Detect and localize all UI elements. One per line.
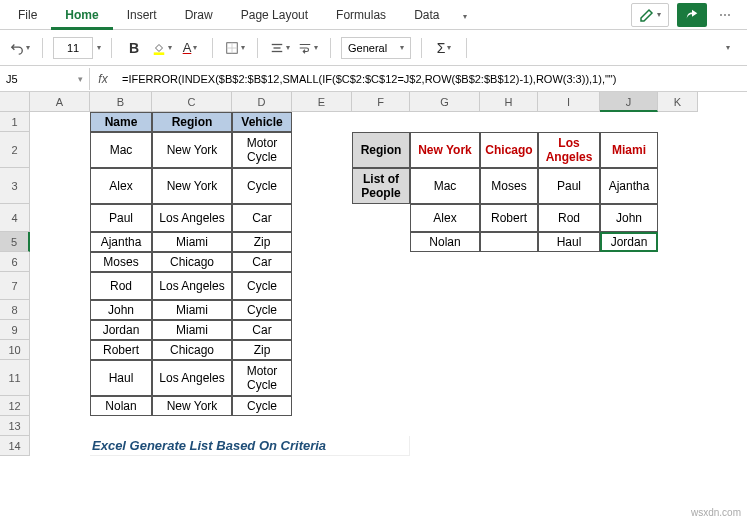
row-header-2[interactable]: 2 <box>0 132 30 168</box>
t1-header-name[interactable]: Name <box>90 112 152 132</box>
t1-name[interactable]: Nolan <box>90 396 152 416</box>
tabs-overflow[interactable]: ▾ <box>453 8 475 22</box>
t2-list-label[interactable]: List of People <box>352 168 410 204</box>
fx-button[interactable]: fx <box>90 72 116 86</box>
font-color-button[interactable]: A ▾ <box>178 36 202 60</box>
t2-person[interactable] <box>480 232 538 252</box>
tab-formulas[interactable]: Formulas <box>322 0 400 30</box>
t1-vehicle[interactable]: Cycle <box>232 168 292 204</box>
borders-button[interactable]: ▾ <box>223 36 247 60</box>
t2-person[interactable]: Ajantha <box>600 168 658 204</box>
t1-name[interactable]: Alex <box>90 168 152 204</box>
row-header-6[interactable]: 6 <box>0 252 30 272</box>
t1-region[interactable]: Chicago <box>152 340 232 360</box>
t2-person[interactable]: Haul <box>538 232 600 252</box>
tab-file[interactable]: File <box>4 0 51 30</box>
row-header-4[interactable]: 4 <box>0 204 30 232</box>
name-box[interactable]: J5 ▾ <box>0 68 90 90</box>
t1-region[interactable]: Miami <box>152 320 232 340</box>
row-header-7[interactable]: 7 <box>0 272 30 300</box>
bold-button[interactable]: B <box>122 36 146 60</box>
t1-region[interactable]: Chicago <box>152 252 232 272</box>
row-header-14[interactable]: 14 <box>0 436 30 456</box>
tab-insert[interactable]: Insert <box>113 0 171 30</box>
t1-name[interactable]: Jordan <box>90 320 152 340</box>
t2-person[interactable]: Rod <box>538 204 600 232</box>
t1-name[interactable]: Ajantha <box>90 232 152 252</box>
tab-draw[interactable]: Draw <box>171 0 227 30</box>
t2-region[interactable]: New York <box>410 132 480 168</box>
row-header-11[interactable]: 11 <box>0 360 30 396</box>
col-header-a[interactable]: A <box>30 92 90 112</box>
t1-header-vehicle[interactable]: Vehicle <box>232 112 292 132</box>
name-box-dropdown[interactable]: ▾ <box>78 74 83 84</box>
t2-region-label[interactable]: Region <box>352 132 410 168</box>
t1-name[interactable]: Rod <box>90 272 152 300</box>
t1-name[interactable]: Haul <box>90 360 152 396</box>
t1-name[interactable]: Paul <box>90 204 152 232</box>
col-header-h[interactable]: H <box>480 92 538 112</box>
t2-person[interactable]: Nolan <box>410 232 480 252</box>
t1-name[interactable]: Moses <box>90 252 152 272</box>
t1-header-region[interactable]: Region <box>152 112 232 132</box>
t1-region[interactable]: Miami <box>152 232 232 252</box>
t2-person[interactable]: John <box>600 204 658 232</box>
fill-color-button[interactable]: ▾ <box>150 36 174 60</box>
t1-region[interactable]: Los Angeles <box>152 360 232 396</box>
t1-vehicle[interactable]: Car <box>232 252 292 272</box>
select-all-corner[interactable] <box>0 92 30 112</box>
t2-person[interactable]: Robert <box>480 204 538 232</box>
collapse-ribbon-button[interactable]: ▾ <box>715 36 739 60</box>
font-size-dropdown[interactable]: ▾ <box>97 43 101 52</box>
row-header-8[interactable]: 8 <box>0 300 30 320</box>
row-header-12[interactable]: 12 <box>0 396 30 416</box>
share-button[interactable] <box>677 3 707 27</box>
t1-region[interactable]: New York <box>152 168 232 204</box>
t1-vehicle[interactable]: Zip <box>232 232 292 252</box>
t1-vehicle[interactable]: Motor Cycle <box>232 360 292 396</box>
t1-vehicle[interactable]: Cycle <box>232 300 292 320</box>
t1-region[interactable]: Los Angeles <box>152 272 232 300</box>
tab-page-layout[interactable]: Page Layout <box>227 0 322 30</box>
t1-name[interactable]: Mac <box>90 132 152 168</box>
t2-person[interactable]: Mac <box>410 168 480 204</box>
tab-home[interactable]: Home <box>51 0 112 30</box>
t2-region[interactable]: Los Angeles <box>538 132 600 168</box>
col-header-i[interactable]: I <box>538 92 600 112</box>
col-header-c[interactable]: C <box>152 92 232 112</box>
row-header-9[interactable]: 9 <box>0 320 30 340</box>
font-size-input[interactable] <box>53 37 93 59</box>
tab-data[interactable]: Data <box>400 0 453 30</box>
t1-vehicle[interactable]: Cycle <box>232 272 292 300</box>
col-header-f[interactable]: F <box>352 92 410 112</box>
align-center-button[interactable]: ▾ <box>268 36 292 60</box>
t2-region[interactable]: Miami <box>600 132 658 168</box>
col-header-g[interactable]: G <box>410 92 480 112</box>
wrap-text-button[interactable]: ▾ <box>296 36 320 60</box>
row-header-3[interactable]: 3 <box>0 168 30 204</box>
col-header-b[interactable]: B <box>90 92 152 112</box>
t1-region[interactable]: Miami <box>152 300 232 320</box>
t1-vehicle[interactable]: Zip <box>232 340 292 360</box>
t2-region[interactable]: Chicago <box>480 132 538 168</box>
row-header-1[interactable]: 1 <box>0 112 30 132</box>
row-header-13[interactable]: 13 <box>0 416 30 436</box>
t2-person[interactable]: Paul <box>538 168 600 204</box>
t2-person[interactable]: Jordan <box>600 232 658 252</box>
note-text[interactable]: Excel Generate List Based On Criteria <box>90 436 410 456</box>
more-button[interactable]: ⋯ <box>715 3 735 27</box>
col-header-d[interactable]: D <box>232 92 292 112</box>
number-format-combo[interactable]: General ▾ <box>341 37 411 59</box>
row-header-10[interactable]: 10 <box>0 340 30 360</box>
t1-region[interactable]: New York <box>152 132 232 168</box>
t1-name[interactable]: John <box>90 300 152 320</box>
t1-vehicle[interactable]: Cycle <box>232 396 292 416</box>
undo-button[interactable]: ▾ <box>8 36 32 60</box>
autosum-button[interactable]: Σ ▾ <box>432 36 456 60</box>
t1-region[interactable]: Los Angeles <box>152 204 232 232</box>
t1-name[interactable]: Robert <box>90 340 152 360</box>
t2-person[interactable]: Moses <box>480 168 538 204</box>
col-header-j[interactable]: J <box>600 92 658 112</box>
t1-vehicle[interactable]: Car <box>232 320 292 340</box>
pen-button[interactable]: ▾ <box>631 3 669 27</box>
